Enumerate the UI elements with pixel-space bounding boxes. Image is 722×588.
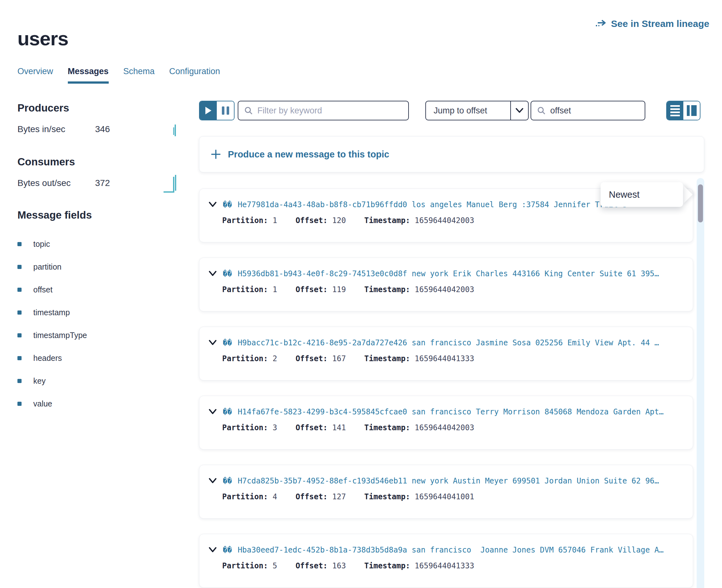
binary-glyphs: �� [223,546,232,554]
list-view-icon [671,105,680,107]
tab-schema[interactable]: Schema [123,66,155,84]
binary-glyphs: �� [223,477,232,485]
bullet-icon [17,333,22,337]
message-row[interactable]: �� H9bacc71c-b12c-4216-8e95-2a7da727e426… [199,327,693,380]
list-view-icon [671,108,680,110]
bytes-out-label: Bytes out/sec [17,178,95,188]
view-mode-toggle [666,101,700,120]
message-meta: Partition: 4 Offset: 127 Timestamp: 1659… [222,492,474,501]
message-row[interactable]: �� H5936db81-b943-4e0f-8c29-74513e0c0d8f… [199,257,693,311]
play-button[interactable] [200,101,217,120]
offset-search-input[interactable] [550,106,639,115]
chevron-down-icon[interactable] [208,546,217,553]
consumers-stat-row: Bytes out/sec 372 [17,178,110,188]
list-item: timestamp [17,301,87,324]
tab-configuration[interactable]: Configuration [169,66,220,84]
chevron-down-icon[interactable] [208,478,217,484]
offset-value: 119 [332,285,346,294]
bullet-icon [17,356,22,360]
binary-glyphs: �� [223,407,232,416]
produce-message-button[interactable]: Produce a new message to this topic [199,136,704,172]
produce-message-label: Produce a new message to this topic [228,149,389,160]
message-row[interactable]: �� H7cda825b-35b7-4952-88ef-c193d546eb11… [199,465,693,519]
offset-value: 127 [332,492,346,501]
scrollbar-track[interactable] [697,178,704,588]
message-fields-heading: Message fields [17,209,92,221]
message-key: He77981da-4a43-48ab-b8f8-cb71b96ffdd0 lo… [238,200,627,209]
message-meta: Partition: 2 Offset: 167 Timestamp: 1659… [222,354,474,363]
timestamp-value: 1659644042003 [415,216,474,225]
producers-stat-row: Bytes in/sec 346 [17,124,110,134]
chevron-down-icon[interactable] [208,339,217,346]
play-icon [205,106,212,115]
scrollbar-thumb[interactable] [698,184,703,223]
partition-value: 5 [273,561,277,570]
producers-heading: Producers [17,102,69,114]
partition-value: 3 [273,423,277,432]
bullet-icon [17,402,22,406]
partition-value: 2 [273,354,277,363]
tab-bar: Overview Messages Schema Configuration [17,66,220,84]
stream-lineage-link[interactable]: See in Stream lineage [595,18,709,29]
partition-value: 1 [273,285,277,294]
timestamp-value: 1659644041333 [415,354,474,363]
chevron-down-icon[interactable] [208,270,217,277]
partition-value: 4 [273,492,277,501]
message-meta: Partition: 1 Offset: 120 Timestamp: 1659… [222,216,474,225]
jump-to-select-value: Jump to offset [426,101,510,120]
tab-messages[interactable]: Messages [68,66,109,84]
offset-value: 120 [332,216,346,225]
chevron-down-icon[interactable] [208,408,217,415]
dashed-arrow-icon [595,19,606,28]
timestamp-value: 1659644041333 [415,561,474,570]
list-item: offset [17,278,87,301]
timestamp-value: 1659644042003 [415,423,474,432]
list-view-icon [671,115,680,116]
consumers-heading: Consumers [17,156,75,168]
bullet-icon [17,379,22,383]
bullet-icon [17,242,22,246]
list-view-button[interactable] [667,101,683,120]
binary-glyphs: �� [223,200,232,209]
bullet-icon [17,265,22,269]
message-fields-list: topic partition offset timestamp timesta… [17,233,87,415]
bullet-icon [17,311,22,315]
message-row[interactable]: �� Hba30eed7-1edc-452b-8b1a-738d3b5d8a9a… [199,534,693,588]
pause-icon [227,106,229,115]
list-item: timestampType [17,324,87,346]
message-row[interactable]: �� H14fa67fe-5823-4299-b3c4-595845cfcae0… [199,396,693,449]
plus-icon [211,149,221,159]
split-view-icon [687,105,690,116]
bytes-in-label: Bytes in/sec [17,124,95,134]
pause-button[interactable] [217,101,234,120]
split-view-icon [691,105,697,116]
jump-to-select[interactable]: Jump to offset [425,101,529,120]
keyword-filter-input[interactable] [257,106,403,115]
message-key: H7cda825b-35b7-4952-88ef-c193d546eb11 ne… [238,477,659,485]
search-icon [244,106,253,115]
message-key: H9bacc71c-b12c-4216-8e95-2a7da727e426 sa… [238,338,659,347]
bytes-in-sparkline [171,123,179,138]
message-key: H14fa67fe-5823-4299-b3c4-595845cfcae0 sa… [238,407,664,416]
message-key: Hba30eed7-1edc-452b-8b1a-738d3b5d8a9a sa… [238,546,664,554]
search-icon [537,106,546,115]
message-meta: Partition: 1 Offset: 119 Timestamp: 1659… [222,285,474,294]
bytes-out-sparkline [163,174,179,193]
list-view-icon [671,111,680,113]
message-meta: Partition: 3 Offset: 141 Timestamp: 1659… [222,423,474,432]
stream-lineage-label: See in Stream lineage [611,18,709,29]
chevron-down-icon [510,101,528,120]
bullet-icon [17,288,22,292]
timestamp-value: 1659644042003 [415,285,474,294]
newest-tooltip: Newest [601,182,683,207]
binary-glyphs: �� [223,269,232,278]
split-view-button[interactable] [683,101,700,120]
live-consume-toggle [199,101,234,120]
partition-value: 1 [273,216,277,225]
list-item: value [17,392,87,415]
message-meta: Partition: 5 Offset: 163 Timestamp: 1659… [222,561,474,570]
tab-overview[interactable]: Overview [17,66,53,84]
chevron-down-icon[interactable] [208,201,217,208]
message-key: H5936db81-b943-4e0f-8c29-74513e0c0d8f ne… [238,269,659,278]
list-item: headers [17,346,87,370]
